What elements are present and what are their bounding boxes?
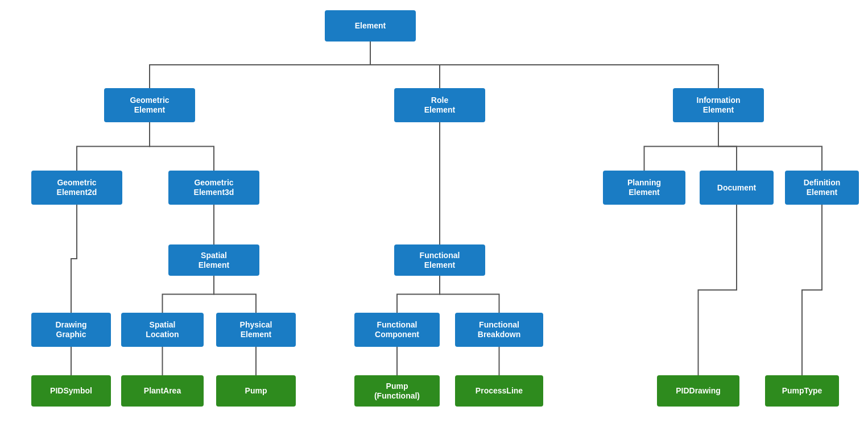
node-geometricElement3d: GeometricElement3d — [168, 171, 259, 205]
node-physicalElement: PhysicalElement — [216, 313, 296, 347]
node-functionalElement: FunctionalElement — [394, 244, 485, 276]
node-pidDrawing: PIDDrawing — [657, 375, 739, 407]
node-spatialElement: SpatialElement — [168, 244, 259, 276]
node-geometricElement: GeometricElement — [104, 88, 195, 122]
node-document: Document — [700, 171, 774, 205]
tree-container: ElementGeometricElementRoleElementInform… — [0, 0, 868, 427]
node-pumpType: PumpType — [765, 375, 839, 407]
node-geometricElement2d: GeometricElement2d — [31, 171, 122, 205]
node-definitionElement: DefinitionElement — [785, 171, 859, 205]
node-processLine: ProcessLine — [455, 375, 543, 407]
node-informationElement: InformationElement — [673, 88, 764, 122]
node-planningElement: PlanningElement — [603, 171, 685, 205]
node-element: Element — [325, 10, 416, 42]
node-pump: Pump — [216, 375, 296, 407]
node-drawingGraphic: DrawingGraphic — [31, 313, 111, 347]
node-functionalComponent: FunctionalComponent — [354, 313, 440, 347]
connectors-svg — [0, 0, 868, 427]
node-pidSymbol: PIDSymbol — [31, 375, 111, 407]
node-plantArea: PlantArea — [121, 375, 204, 407]
node-pumpFunctional: Pump(Functional) — [354, 375, 440, 407]
node-roleElement: RoleElement — [394, 88, 485, 122]
node-spatialLocation: SpatialLocation — [121, 313, 204, 347]
node-functionalBreakdown: FunctionalBreakdown — [455, 313, 543, 347]
